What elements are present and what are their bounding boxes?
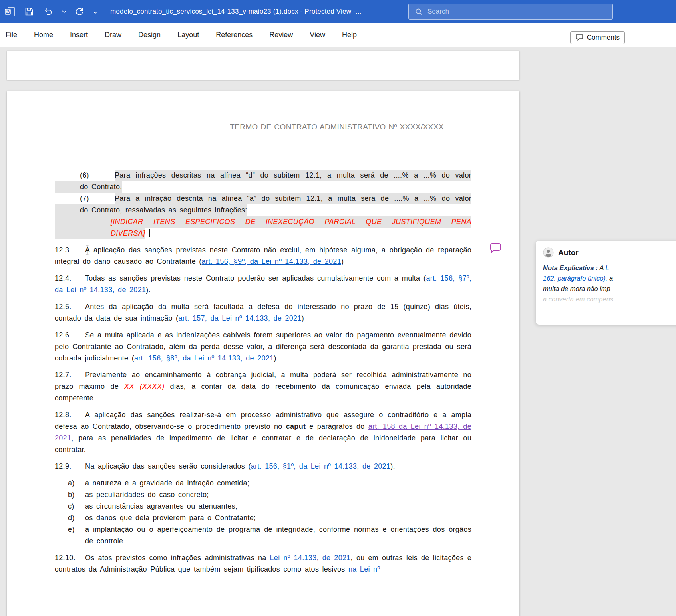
ribbon-tab-view[interactable]: View xyxy=(301,23,334,47)
paragraph-number: 12.8. xyxy=(55,409,85,421)
comments-button[interactable]: Comments xyxy=(570,31,625,44)
paragraph-text: , para as penalidades de impedimento de … xyxy=(55,434,471,454)
law-link-lei-14133[interactable]: Lei nº 14.133, de 2021 xyxy=(270,554,351,562)
comment-note-label: Nota Explicativa : xyxy=(543,264,598,271)
paragraph-text: e parágrafos do xyxy=(306,422,368,430)
comment-text: multa de mora não imp xyxy=(543,283,676,294)
list-item-text: as peculiaridades do caso concreto; xyxy=(85,491,209,499)
ribbon-tab-draw[interactable]: Draw xyxy=(96,23,130,47)
ribbon-tab-bar: File Home Insert Draw Design Layout Refe… xyxy=(0,23,676,47)
law-link-art-156-9[interactable]: art. 156, §9º, da Lei nº 14.133, de 2021 xyxy=(202,257,341,265)
paragraph-12-10: 12.10.Os atos previstos como infrações a… xyxy=(55,552,471,575)
save-button[interactable] xyxy=(22,5,36,18)
comment-header: Autor xyxy=(543,247,676,258)
list-12-9: a)a natureza e a gravidade da infração c… xyxy=(55,477,471,547)
customize-quick-access-button[interactable] xyxy=(92,5,98,18)
customize-toolbar-icon xyxy=(93,9,98,14)
law-link-art-156-8[interactable]: art. 156, §8º, da Lei nº 14.133, de 2021 xyxy=(134,354,274,362)
list-marker: b) xyxy=(68,489,85,501)
paragraph-text: ). xyxy=(274,354,278,362)
list-item-text: a implantação ou o aperfeiçoamento de pr… xyxy=(85,525,471,545)
paragraph-number: 12.6. xyxy=(55,329,85,341)
comment-marker-icon xyxy=(489,242,502,254)
ribbon-tab-layout[interactable]: Layout xyxy=(169,23,207,47)
ribbon-tab-insert[interactable]: Insert xyxy=(62,23,96,47)
list-item-text: os danos que dela provierem para o Contr… xyxy=(85,514,256,522)
paragraph-number: 12.3. xyxy=(55,244,85,256)
list-item: a)a natureza e a gravidade da infração c… xyxy=(55,477,471,489)
comment-text: a xyxy=(607,275,613,282)
list-item-text: a natureza e a gravidade da infração com… xyxy=(85,479,249,487)
search-placeholder: Search xyxy=(427,8,449,16)
list-item: e)a implantação ou o aperfeiçoamento de … xyxy=(55,524,471,547)
word-app-button[interactable]: W xyxy=(3,5,17,18)
comment-text: A xyxy=(598,264,606,271)
list-item: d)os danos que dela provierem para o Con… xyxy=(55,512,471,524)
ribbon-tab-review[interactable]: Review xyxy=(261,23,301,47)
word-app-icon: W xyxy=(4,6,16,17)
ribbon-tab-design[interactable]: Design xyxy=(130,23,169,47)
paragraph-6-line1: Para infrações descritas na alínea “d” d… xyxy=(115,171,471,179)
paragraph-text: Todas as sanções previstas neste Contrat… xyxy=(85,274,426,282)
red-placeholder-line2: DIVERSA] xyxy=(55,228,145,239)
ribbon-tab-home[interactable]: Home xyxy=(26,23,62,47)
red-placeholder-line1: [INDICAR ITENS ESPECÍFICOS DE INEXECUÇÃO… xyxy=(55,216,471,228)
paragraph-text: Na aplicação das sanções serão considera… xyxy=(85,462,251,470)
save-icon xyxy=(24,7,34,16)
law-link-art-156-1[interactable]: art. 156, §1º, da Lei nº 14.133, de 2021 xyxy=(251,462,390,470)
document-canvas: TERMO DE CONTRATO ADMINISTRATIVO Nº XXXX… xyxy=(0,47,676,616)
list-marker: e) xyxy=(68,524,85,535)
comment-link[interactable]: L xyxy=(606,264,609,271)
paragraph-7-line1: Para a infração descrita na alínea “a” d… xyxy=(115,194,471,202)
paragraph-text: ). xyxy=(146,286,151,294)
paragraph-12-7: 12.7.Previamente ao encaminhamento à cob… xyxy=(55,369,471,404)
contract-title: TERMO DE CONTRATO ADMINISTRATIVO Nº XXXX… xyxy=(55,121,471,133)
paragraph-12-9: 12.9.Na aplicação das sanções serão cons… xyxy=(55,461,471,472)
paragraph-number: 12.10. xyxy=(55,552,85,564)
ibeam-pointer xyxy=(85,245,89,256)
paragraph-text: ) xyxy=(302,314,304,322)
svg-text:W: W xyxy=(6,10,10,14)
paragraph-12-3: 12.3.A aplicação das sanções previstas n… xyxy=(55,244,471,267)
comment-link[interactable]: 162, parágrafo único), xyxy=(543,275,607,282)
list-marker: a) xyxy=(68,477,85,489)
text-cursor xyxy=(149,229,150,237)
redo-icon xyxy=(75,7,84,16)
comment-text-faded: a converta em compens xyxy=(543,294,676,304)
paragraph-6-line2: do Contrato. xyxy=(55,181,122,193)
ribbon-tab-references[interactable]: References xyxy=(207,23,261,47)
comment-body: Nota Explicativa : A L 162, parágrafo ún… xyxy=(543,263,676,304)
paragraph-6: (6)Para infrações descritas na alínea “d… xyxy=(55,170,471,193)
comment-marker-button[interactable] xyxy=(489,242,502,254)
list-item: c)as circunstâncias agravantes ou atenua… xyxy=(55,501,471,512)
chevron-down-icon xyxy=(62,10,66,13)
ribbon-tab-file[interactable]: File xyxy=(1,23,26,47)
paragraph-number: 12.4. xyxy=(55,273,85,284)
list-item-text: as circunstâncias agravantes ou atenuant… xyxy=(85,502,237,510)
page-content: TERMO DE CONTRATO ADMINISTRATIVO Nº XXXX… xyxy=(55,91,471,575)
paragraph-12-8: 12.8.A aplicação das sanções realizar-se… xyxy=(55,409,471,456)
undo-button[interactable] xyxy=(42,5,55,18)
paragraph-text: Os atos previstos como infrações adminis… xyxy=(85,554,270,562)
comment-author: Autor xyxy=(558,248,579,257)
comment-bubble-icon xyxy=(575,34,583,41)
law-link-na-lei[interactable]: na Lei nº xyxy=(348,565,380,573)
paragraph-text: ) xyxy=(341,257,344,265)
paragraph-number: 12.9. xyxy=(55,461,85,472)
paragraph-7-line2: do Contrato, ressalvadas as seguintes in… xyxy=(55,204,247,216)
title-bar: W xyxy=(0,0,676,23)
ribbon-tab-help[interactable]: Help xyxy=(334,23,365,47)
comments-button-label: Comments xyxy=(587,34,620,42)
redo-button[interactable] xyxy=(73,5,86,18)
law-link-art-157[interactable]: art. 157, da Lei nº 14.133, de 2021 xyxy=(178,314,301,322)
undo-dropdown-button[interactable] xyxy=(61,5,67,18)
comment-card[interactable]: Autor Nota Explicativa : A L 162, parágr… xyxy=(536,241,676,325)
document-page[interactable]: TERMO DE CONTRATO ADMINISTRATIVO Nº XXXX… xyxy=(7,91,519,616)
paragraph-number: 12.5. xyxy=(55,301,85,313)
paragraph-12-5: 12.5.Antes da aplicação da multa será fa… xyxy=(55,301,471,324)
paragraph-number: 12.7. xyxy=(55,369,85,381)
previous-page-bottom xyxy=(7,51,519,80)
paragraph-12-6: 12.6.Se a multa aplicada e as indenizaçõ… xyxy=(55,329,471,364)
search-box[interactable]: Search xyxy=(408,4,613,20)
paragraph-number: (6) xyxy=(80,170,115,181)
